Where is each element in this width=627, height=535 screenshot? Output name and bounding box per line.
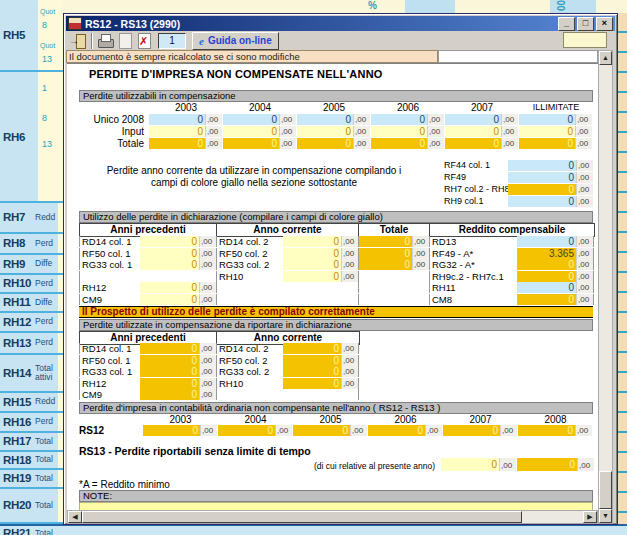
amount-field[interactable]: 0,00 — [140, 355, 216, 366]
amount-int: 0 — [140, 282, 199, 293]
table-row: Totale0,000,000,000,000,000,00 — [79, 138, 593, 149]
amount-field[interactable]: 0,00 — [223, 138, 297, 149]
amount-field[interactable]: 0,00 — [508, 160, 593, 171]
amount-field[interactable]: 0,00 — [140, 248, 216, 259]
amount-field[interactable]: 0,00 — [283, 355, 358, 366]
amount-field[interactable]: 0,00 — [283, 271, 358, 282]
scroll-left-button[interactable]: ◀ — [68, 511, 82, 523]
amount-field[interactable]: 0,00 — [445, 114, 519, 125]
maximize-button[interactable]: □ — [577, 17, 594, 31]
amount-field[interactable]: 0,00 — [140, 282, 216, 293]
amount-field[interactable]: 0,00 — [508, 196, 593, 207]
amount-field[interactable]: 0,00 — [519, 114, 593, 125]
section-bar-perdite-utilizzabili: Perdite utilizzabili in compensazione — [79, 90, 593, 102]
field-label — [217, 282, 283, 293]
online-help-button[interactable]: e Guida on-line — [192, 32, 279, 50]
scroll-right-button[interactable]: ▶ — [583, 511, 597, 523]
table-row: RH120,00RH110,00 — [79, 282, 594, 293]
amount-field[interactable]: 0,00 — [140, 343, 216, 354]
amount-field[interactable]: 0,00 — [368, 425, 443, 436]
bg-row-label: Perd — [35, 317, 62, 326]
amount-field[interactable]: 0,00 — [283, 343, 358, 354]
amount-field[interactable]: 0,00 — [441, 458, 516, 471]
amount-field[interactable]: 0,00 — [140, 389, 216, 400]
amount-field[interactable]: 0,00 — [223, 126, 297, 137]
vertical-scrollbar[interactable]: ▲ ▼ — [598, 50, 613, 524]
background-form-right-strip — [618, 13, 627, 524]
table-cell-group: RH9c.2 - RH7c.10,00 — [430, 271, 594, 282]
amount-field[interactable]: 0,00 — [445, 126, 519, 137]
print-icon[interactable] — [97, 33, 115, 49]
amount-field[interactable]: 0,00 — [359, 248, 429, 259]
horizontal-scrollbar[interactable]: ◀ ▶ — [67, 510, 598, 524]
amount-field[interactable]: 0,00 — [517, 236, 593, 247]
amount-field[interactable]: 0,00 — [149, 138, 223, 149]
record-counter-field[interactable]: 1 — [158, 33, 186, 49]
amount-field[interactable]: 0,00 — [149, 126, 223, 137]
amount-field[interactable]: 0,00 — [371, 114, 445, 125]
amount-field[interactable]: 0,00 — [140, 236, 216, 247]
amount-dec: ,00 — [412, 248, 429, 259]
amount-field[interactable]: 0,00 — [359, 236, 429, 247]
amount-field[interactable]: 0,00 — [140, 366, 216, 377]
bg-value: 13 — [42, 54, 52, 64]
bg-caption: Quot — [40, 42, 55, 49]
amount-field[interactable]: 0,00 — [140, 259, 216, 270]
amount-field[interactable]: 0,00 — [371, 126, 445, 137]
amount-dec: ,00 — [575, 114, 592, 125]
scroll-up-button[interactable]: ▲ — [599, 51, 612, 65]
red-x-icon: ✗ — [139, 35, 148, 47]
vertical-scroll-thumb[interactable] — [599, 471, 612, 509]
table-cell-group: RG33 col. 20,00 — [217, 366, 359, 377]
amount-field[interactable]: 0,00 — [519, 126, 593, 137]
document-icon[interactable] — [119, 33, 132, 49]
amount-field[interactable]: 0,00 — [517, 259, 593, 270]
exit-icon[interactable] — [69, 33, 87, 49]
minimize-button[interactable]: _ — [558, 17, 575, 31]
amount-field[interactable]: 0,00 — [443, 425, 518, 436]
scroll-down-button[interactable]: ▼ — [599, 509, 612, 523]
delete-document-icon[interactable]: ✗ — [138, 33, 151, 49]
amount-int: 0 — [283, 259, 341, 270]
horizontal-scroll-thumb[interactable] — [82, 511, 522, 523]
column-header: Anni precedenti — [80, 224, 217, 236]
amount-field[interactable]: 0,00 — [517, 282, 593, 293]
amount-field[interactable]: 0,00 — [359, 259, 429, 270]
amount-field[interactable]: 0,00 — [283, 248, 358, 259]
amount-field[interactable]: 0,00 — [517, 271, 593, 282]
amount-field[interactable]: 0,00 — [371, 138, 445, 149]
amount-field[interactable]: 0,00 — [143, 425, 218, 436]
amount-field[interactable]: 0,00 — [149, 114, 223, 125]
amount-field[interactable]: 0,00 — [517, 458, 594, 471]
amount-field[interactable]: 0,00 — [297, 126, 371, 137]
bg-row-id: RH11 — [3, 296, 31, 308]
amount-field[interactable]: 0,00 — [517, 294, 593, 305]
amount-dec: ,00 — [275, 425, 292, 436]
field-label: CM9 — [80, 294, 140, 305]
amount-field[interactable]: 0,00 — [297, 138, 371, 149]
note-input[interactable] — [79, 502, 593, 510]
amount-field[interactable]: 0,00 — [283, 259, 358, 270]
amount-field[interactable]: 0,00 — [140, 378, 216, 389]
amount-field[interactable]: 0,00 — [283, 236, 358, 247]
amount-field[interactable]: 0,00 — [218, 425, 293, 436]
amount-field[interactable]: 0,00 — [293, 425, 368, 436]
amount-field[interactable]: 0,00 — [445, 138, 519, 149]
amount-int: 0 — [283, 378, 341, 389]
amount-field[interactable]: 0,00 — [297, 114, 371, 125]
amount-field[interactable]: 0,00 — [223, 114, 297, 125]
amount-field[interactable]: 3.365,00 — [517, 248, 593, 259]
amount-field[interactable]: 0,00 — [283, 366, 358, 377]
amount-field[interactable]: 0,00 — [519, 138, 593, 149]
amount-field[interactable]: 0,00 — [283, 378, 358, 389]
amount-field[interactable]: 0,00 — [140, 294, 216, 305]
empty-cell — [283, 389, 358, 400]
close-button[interactable]: × — [596, 17, 613, 31]
year-header: 2006 — [371, 102, 445, 113]
title-bar[interactable]: RS12 - RS13 (2990) _ □ × — [66, 16, 615, 31]
amount-field[interactable]: 0,00 — [518, 425, 593, 436]
amount-field[interactable]: 0,00 — [508, 184, 593, 195]
year-header-spacer — [79, 414, 143, 425]
amount-field[interactable]: 0,00 — [508, 172, 593, 183]
field-label: RG33 col. 2 — [217, 259, 283, 270]
